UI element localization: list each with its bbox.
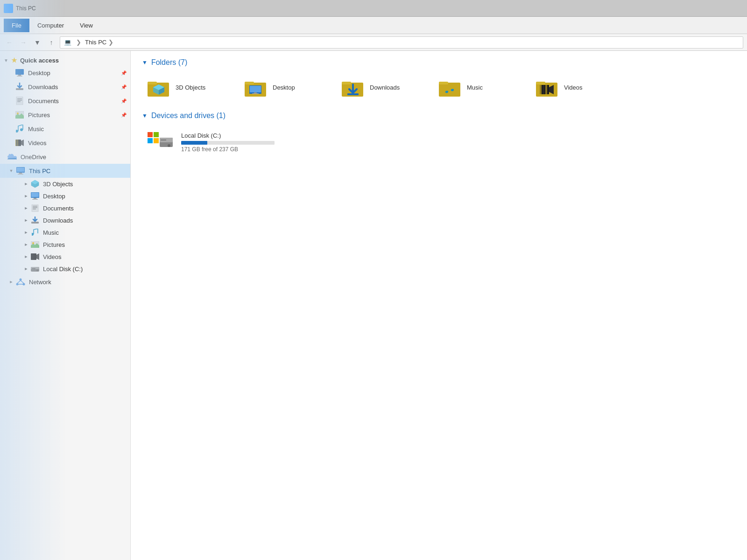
svg-rect-17 bbox=[18, 174, 23, 175]
svg-rect-56 bbox=[342, 82, 351, 84]
pictures-label: Pictures bbox=[28, 112, 50, 119]
documents-small-icon bbox=[31, 204, 39, 212]
pin-icon-pictures: 📌 bbox=[121, 112, 127, 118]
sidebar-sub-downloads[interactable]: ► Downloads bbox=[0, 214, 130, 226]
ribbon: File Computer View bbox=[0, 17, 747, 34]
window-icon bbox=[4, 4, 13, 13]
svg-line-41 bbox=[21, 280, 24, 283]
forward-button[interactable]: → bbox=[18, 37, 29, 48]
network-label: Network bbox=[29, 279, 51, 286]
videos-icon bbox=[15, 138, 24, 147]
dropdown-button[interactable]: ▼ bbox=[32, 37, 43, 48]
folders-section-header[interactable]: ▼ Folders (7) bbox=[142, 58, 736, 67]
content-area: ▼ Folders (7) bbox=[131, 51, 747, 560]
sidebar-sub-videos[interactable]: ► Videos bbox=[0, 251, 130, 263]
pictures-small-icon bbox=[31, 240, 39, 249]
sidebar-item-documents[interactable]: Documents 📌 bbox=[0, 94, 130, 108]
svg-rect-24 bbox=[32, 199, 38, 200]
main-layout: ▼ ★ Quick access Desktop 📌 D bbox=[0, 51, 747, 560]
desktop-sub-expand: ► bbox=[22, 192, 30, 200]
svg-rect-53 bbox=[254, 92, 257, 93]
downloads-sub-expand: ► bbox=[22, 217, 30, 224]
this-pc-icon bbox=[16, 166, 25, 175]
tab-view[interactable]: View bbox=[72, 19, 101, 32]
svg-rect-45 bbox=[148, 82, 157, 84]
svg-rect-22 bbox=[31, 193, 39, 197]
sidebar-sub-pictures[interactable]: ► Pictures bbox=[0, 238, 130, 251]
back-button[interactable]: ← bbox=[4, 37, 15, 48]
svg-rect-1 bbox=[18, 75, 21, 76]
videos-sub-expand: ► bbox=[22, 253, 30, 260]
folder-icon-downloads bbox=[342, 78, 364, 97]
sidebar-item-this-pc[interactable]: ▼ This PC bbox=[0, 164, 130, 178]
videos-sub-label: Videos bbox=[43, 253, 62, 260]
drives-section-header[interactable]: ▼ Devices and drives (1) bbox=[142, 112, 736, 120]
up-button[interactable]: ↑ bbox=[46, 37, 57, 48]
sidebar-sub-3dobjects[interactable]: ► 3D Objects bbox=[0, 178, 130, 190]
network-expand: ► bbox=[7, 278, 15, 286]
music-label: Music bbox=[28, 126, 44, 133]
pin-icon-documents: 📌 bbox=[121, 98, 127, 104]
sidebar-item-music[interactable]: Music bbox=[0, 122, 130, 136]
folder-label-3dobjects: 3D Objects bbox=[176, 84, 205, 91]
svg-rect-14 bbox=[17, 140, 18, 146]
path-separator: ❯ bbox=[76, 39, 81, 46]
svg-rect-26 bbox=[33, 206, 37, 207]
pictures-sub-label: Pictures bbox=[43, 241, 65, 248]
svg-point-72 bbox=[168, 144, 170, 147]
sidebar-item-pictures[interactable]: Pictures 📌 bbox=[0, 108, 130, 122]
svg-rect-28 bbox=[33, 209, 36, 210]
documents-sub-label: Documents bbox=[43, 205, 74, 212]
tab-file[interactable]: File bbox=[4, 19, 29, 32]
sidebar-item-videos[interactable]: Videos bbox=[0, 136, 130, 150]
drive-bar-fill bbox=[181, 141, 207, 145]
folder-item-downloads[interactable]: 3D Objects Downloads bbox=[336, 74, 430, 100]
music-small-icon bbox=[31, 228, 39, 237]
pictures-icon bbox=[15, 110, 24, 119]
folders-grid: 3D Objects Desktop bbox=[142, 74, 736, 100]
localdisk-sub-label: Local Disk (C:) bbox=[43, 266, 83, 273]
folder-item-3dobjects[interactable]: 3D Objects bbox=[142, 74, 235, 100]
onedrive-label: OneDrive bbox=[21, 154, 46, 161]
sidebar-item-network[interactable]: ► Network bbox=[0, 275, 130, 289]
svg-rect-5 bbox=[17, 98, 22, 99]
window-title: This PC bbox=[16, 5, 36, 12]
videos-label: Videos bbox=[28, 140, 47, 147]
folder-item-videos[interactable]: Videos bbox=[530, 74, 624, 100]
documents-icon bbox=[15, 96, 24, 105]
sidebar-sub-music[interactable]: ► Music bbox=[0, 226, 130, 238]
sidebar-sub-localdisk[interactable]: ► Local Disk (C:) bbox=[0, 263, 130, 275]
drive-info-c: Local Disk (C:) 171 GB free of 237 GB bbox=[181, 132, 730, 153]
quick-access-header[interactable]: ▼ ★ Quick access bbox=[0, 55, 130, 66]
sidebar-sub-documents[interactable]: ► Documents bbox=[0, 202, 130, 214]
this-pc-label: This PC bbox=[29, 168, 50, 175]
folder-item-music[interactable]: Music bbox=[433, 74, 527, 100]
svg-rect-7 bbox=[17, 101, 21, 102]
folder-item-desktop[interactable]: Desktop bbox=[239, 74, 332, 100]
svg-rect-57 bbox=[347, 93, 359, 95]
address-path[interactable]: 💻 ❯ This PC ❯ bbox=[60, 36, 743, 49]
svg-rect-6 bbox=[17, 100, 22, 101]
folder-icon-desktop bbox=[245, 78, 267, 97]
pin-icon-downloads: 📌 bbox=[121, 84, 127, 90]
tab-computer[interactable]: Computer bbox=[29, 19, 72, 32]
svg-rect-66 bbox=[148, 132, 153, 137]
localdisk-small-icon bbox=[31, 265, 39, 273]
sidebar: ▼ ★ Quick access Desktop 📌 D bbox=[0, 51, 131, 560]
sidebar-item-downloads[interactable]: Downloads 📌 bbox=[0, 80, 130, 94]
folders-section-label: Folders (7) bbox=[151, 58, 187, 67]
sidebar-item-desktop[interactable]: Desktop 📌 bbox=[0, 66, 130, 80]
documents-label: Documents bbox=[28, 98, 59, 105]
quick-access-icon: ★ bbox=[11, 56, 17, 64]
desktop-label: Desktop bbox=[28, 70, 50, 77]
sidebar-item-onedrive[interactable]: OneDrive bbox=[0, 150, 130, 164]
path-this-pc: This PC bbox=[85, 39, 106, 46]
sidebar-sub-desktop[interactable]: ► Desktop bbox=[0, 190, 130, 202]
svg-rect-67 bbox=[154, 132, 159, 137]
folders-chevron: ▼ bbox=[142, 59, 148, 66]
drive-name-c: Local Disk (C:) bbox=[181, 132, 730, 139]
drive-item-c[interactable]: Local Disk (C:) 171 GB free of 237 GB bbox=[142, 127, 736, 157]
svg-rect-52 bbox=[250, 86, 261, 92]
pin-icon-desktop: 📌 bbox=[121, 70, 127, 76]
folder-label-desktop: Desktop bbox=[273, 84, 295, 91]
